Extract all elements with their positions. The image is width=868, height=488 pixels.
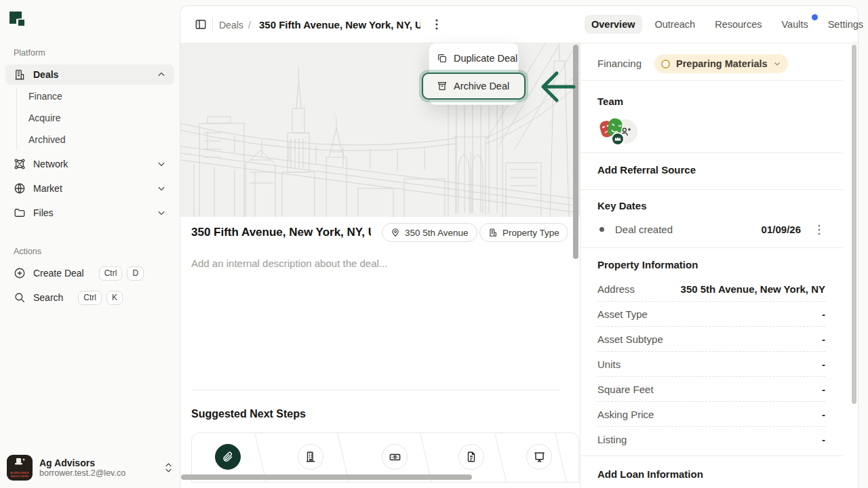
deal-title: 350 Fifth Avenue, New York, NY, USA (191, 226, 371, 239)
financing-label: Financing (597, 58, 642, 69)
document-icon (465, 451, 477, 463)
annotation-arrow-icon (539, 70, 576, 104)
building-icon (488, 228, 498, 237)
create-deal-button[interactable]: Create Deal Ctrl D (5, 263, 174, 283)
sidebar-item-files[interactable]: Files (5, 203, 174, 223)
row-divider (597, 351, 825, 352)
step-attachments-button[interactable] (215, 444, 241, 470)
key-date-value[interactable]: 01/09/26 (665, 224, 801, 235)
sidebar-item-deals[interactable]: Deals (5, 64, 174, 85)
step-documents-button[interactable] (458, 444, 484, 470)
row-divider (597, 326, 825, 327)
property-value: 350 5th Avenue, New York, NY (681, 283, 825, 295)
kbd-k: K (106, 291, 123, 305)
step-property-button[interactable] (298, 444, 323, 470)
financing-status-value: Preparing Materials (676, 58, 768, 69)
panel-divider (580, 152, 843, 153)
property-value: - (822, 384, 825, 395)
sidebar-item-finance[interactable]: Finance (28, 91, 62, 102)
archive-highlight-ring: Archive Deal (419, 70, 528, 102)
address-chip[interactable]: 350 5th Avenue (382, 223, 477, 242)
sidebar-toggle-icon[interactable] (195, 18, 207, 30)
chevron-up-icon (157, 70, 166, 79)
property-label: Asset Type (597, 308, 648, 320)
presentation-icon (533, 451, 546, 464)
property-label: Listing (597, 434, 627, 445)
network-icon (14, 158, 26, 170)
kbd-ctrl: Ctrl (78, 291, 102, 305)
menu-item-duplicate-deal[interactable]: Duplicate Deal (437, 49, 517, 68)
window-gutter (859, 0, 868, 488)
property-value: - (822, 308, 825, 320)
chevron-down-icon (773, 60, 781, 68)
panel-divider (580, 455, 843, 456)
key-dates-heading: Key Dates (597, 200, 647, 211)
tab-resources[interactable]: Resources (708, 15, 768, 34)
account-switcher[interactable]: BORROWER MAGICIANS Ag Advisors borrower.… (7, 453, 173, 483)
step-separator (554, 432, 568, 483)
row-divider (597, 401, 825, 402)
financing-status-dropdown[interactable]: Preparing Materials (654, 54, 788, 73)
step-separator (494, 432, 508, 483)
status-ring-icon (660, 59, 671, 69)
search-button[interactable]: Search Ctrl K (5, 287, 174, 308)
add-loan-information-button[interactable]: Add Loan Information (597, 468, 703, 480)
sidebar-item-market[interactable]: Market (5, 178, 174, 199)
account-email: borrower.test.2@lev.co (39, 468, 157, 478)
app-logo-icon (8, 10, 26, 28)
sidebar-item-acquire[interactable]: Acquire (28, 113, 60, 123)
tab-settings[interactable]: Settings (821, 15, 868, 34)
sidebar-item-archived[interactable]: Archived (28, 134, 65, 145)
chevron-updown-icon (164, 462, 173, 473)
sidebar: Platform Deals Finance Acquire Archived … (0, 0, 180, 488)
menu-item-archive-deal[interactable]: Archive Deal (422, 73, 526, 100)
team-member-avatar-masks[interactable] (598, 117, 627, 146)
deals-building-icon (14, 68, 26, 81)
breadcrumb-current: 350 Fifth Avenue, New York, NY, USA (259, 19, 420, 30)
property-info-heading: Property Information (597, 259, 698, 270)
description-editor[interactable]: Add an internal description about the de… (191, 258, 557, 269)
sidebar-item-label: Network (33, 159, 68, 169)
property-row-asking-price[interactable]: Asking Price - (597, 407, 825, 421)
key-date-label: Deal created (615, 224, 673, 235)
sidebar-item-network[interactable]: Network (5, 154, 174, 174)
property-row-address[interactable]: Address 350 5th Avenue, New York, NY (597, 282, 825, 296)
property-label: Asset Subtype (597, 333, 663, 345)
property-type-chip-label: Property Type (502, 228, 559, 238)
menu-item-label: Archive Deal (454, 81, 509, 92)
next-steps-title: Suggested Next Steps (191, 408, 306, 420)
property-type-chip[interactable]: Property Type (479, 223, 568, 242)
step-presentation-button[interactable] (526, 444, 552, 470)
panel-divider (580, 80, 843, 81)
magician-hat-icon (13, 458, 26, 467)
horizontal-scrollbar-thumb[interactable] (181, 474, 472, 480)
step-financing-button[interactable] (382, 444, 408, 470)
add-referral-source-button[interactable]: Add Referral Source (597, 164, 696, 176)
tab-vaults[interactable]: Vaults (774, 15, 814, 34)
notification-dot (812, 14, 818, 20)
search-icon (14, 291, 26, 304)
tab-outreach[interactable]: Outreach (648, 15, 703, 34)
avatar-caption: BORROWER MAGICIANS (7, 471, 33, 478)
property-row-square-feet[interactable]: Square Feet - (597, 382, 825, 396)
team-heading: Team (597, 96, 623, 107)
key-date-kebab-icon[interactable] (815, 224, 823, 236)
panel-scrollbar-thumb[interactable] (852, 45, 856, 404)
property-row-asset-subtype[interactable]: Asset Subtype - (597, 332, 825, 346)
property-row-asset-type[interactable]: Asset Type - (597, 307, 825, 321)
tab-label: Vaults (781, 19, 808, 30)
deal-kebab-menu-icon[interactable] (432, 18, 441, 31)
property-label: Asking Price (597, 409, 654, 420)
sidebar-item-label: Files (33, 207, 54, 218)
chevron-down-icon (157, 159, 166, 169)
header-divider (212, 18, 213, 31)
tab-overview[interactable]: Overview (585, 15, 642, 34)
property-value: - (822, 434, 825, 445)
property-row-listing[interactable]: Listing - (597, 432, 825, 446)
breadcrumb-deals-link[interactable]: Deals (219, 20, 243, 30)
subnav-rule (16, 88, 17, 150)
market-globe-icon (14, 182, 26, 195)
panel-divider (580, 189, 843, 190)
property-row-units[interactable]: Units - (597, 357, 825, 371)
location-pin-icon (391, 228, 400, 237)
